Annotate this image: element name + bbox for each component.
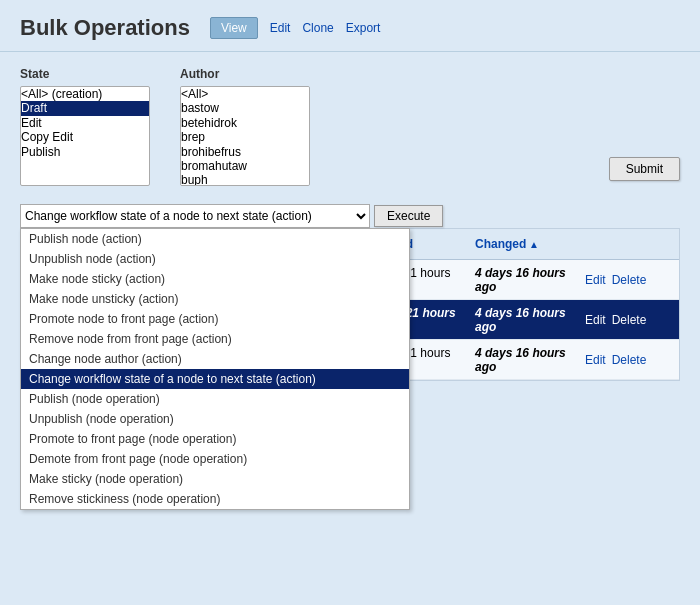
- dropdown-option-6[interactable]: Remove node from front page (action): [21, 329, 409, 349]
- author-option-all[interactable]: <All>: [181, 87, 309, 101]
- author-option-buph[interactable]: buph: [181, 173, 309, 186]
- state-option-publish[interactable]: Publish: [21, 145, 149, 159]
- row3-changed-cell: 4 days 16 hours ago: [469, 342, 579, 378]
- dropdown-option-5[interactable]: Promote node to front page (action): [21, 309, 409, 329]
- filters-row: State <All> (creation) Draft Edit Copy E…: [20, 67, 680, 186]
- author-option-brohibefrus[interactable]: brohibefrus: [181, 145, 309, 159]
- author-option-brep[interactable]: brep: [181, 130, 309, 144]
- author-option-bromahutaw[interactable]: bromahutaw: [181, 159, 309, 173]
- clone-nav-button[interactable]: Clone: [302, 21, 333, 35]
- row1-edit-link[interactable]: Edit: [585, 273, 606, 287]
- dropdown-option-14[interactable]: Remove stickiness (node operation): [21, 489, 409, 509]
- action-bar: Publish node (action) Unpublish node (ac…: [20, 196, 680, 228]
- state-option-edit[interactable]: Edit: [21, 116, 149, 130]
- dropdown-option-12[interactable]: Demote from front page (node operation): [21, 449, 409, 469]
- row3-edit-link[interactable]: Edit: [585, 353, 606, 367]
- author-select[interactable]: <All> bastow betehidrok brep brohibefrus…: [180, 86, 310, 186]
- page-header: Bulk Operations View Edit Clone Export: [0, 0, 700, 52]
- state-option-draft[interactable]: Draft: [21, 101, 149, 115]
- row1-changed-cell: 4 days 16 hours ago: [469, 262, 579, 298]
- dropdown-option-2[interactable]: Unpublish node (action): [21, 249, 409, 269]
- page-title: Bulk Operations: [20, 15, 190, 41]
- author-label: Author: [180, 67, 310, 81]
- state-label: State: [20, 67, 150, 81]
- row1-delete-link[interactable]: Delete: [612, 273, 647, 287]
- dropdown-option-4[interactable]: Make node unsticky (action): [21, 289, 409, 309]
- row2-actions-cell: Edit Delete: [579, 309, 679, 331]
- col-changed[interactable]: Changed: [469, 233, 579, 255]
- author-filter-group: Author <All> bastow betehidrok brep broh…: [180, 67, 310, 186]
- row3-delete-link[interactable]: Delete: [612, 353, 647, 367]
- dropdown-option-10[interactable]: Unpublish (node operation): [21, 409, 409, 429]
- dropdown-option-7[interactable]: Change node author (action): [21, 349, 409, 369]
- row2-edit-link[interactable]: Edit: [585, 313, 606, 327]
- submit-area: Submit: [609, 67, 680, 186]
- dropdown-option-9[interactable]: Publish (node operation): [21, 389, 409, 409]
- row1-actions-cell: Edit Delete: [579, 269, 679, 291]
- dropdown-option-11[interactable]: Promote to front page (node operation): [21, 429, 409, 449]
- view-button[interactable]: View: [210, 17, 258, 39]
- row2-delete-link[interactable]: Delete: [612, 313, 647, 327]
- state-option-copyedit[interactable]: Copy Edit: [21, 130, 149, 144]
- dropdown-option-8[interactable]: Change workflow state of a node to next …: [21, 369, 409, 389]
- state-select[interactable]: <All> (creation) Draft Edit Copy Edit Pu…: [20, 86, 150, 186]
- action-select[interactable]: Publish node (action) Unpublish node (ac…: [20, 204, 370, 228]
- edit-nav-button[interactable]: Edit: [270, 21, 291, 35]
- submit-button[interactable]: Submit: [609, 157, 680, 181]
- state-option-all[interactable]: <All> (creation): [21, 87, 149, 101]
- state-filter-group: State <All> (creation) Draft Edit Copy E…: [20, 67, 150, 186]
- author-option-betehidrok[interactable]: betehidrok: [181, 116, 309, 130]
- dropdown-option-3[interactable]: Make node sticky (action): [21, 269, 409, 289]
- dropdown-option-13[interactable]: Make sticky (node operation): [21, 469, 409, 489]
- execute-button[interactable]: Execute: [374, 205, 443, 227]
- col-operations: [579, 233, 679, 255]
- export-nav-button[interactable]: Export: [346, 21, 381, 35]
- author-option-bastow[interactable]: bastow: [181, 101, 309, 115]
- action-dropdown[interactable]: Publish node (action) Unpublish node (ac…: [20, 228, 410, 510]
- row3-actions-cell: Edit Delete: [579, 349, 679, 371]
- row2-changed-cell: 4 days 16 hours ago: [469, 302, 579, 338]
- action-wrapper: Publish node (action) Unpublish node (ac…: [20, 196, 680, 381]
- main-content: State <All> (creation) Draft Edit Copy E…: [0, 52, 700, 396]
- dropdown-option-1[interactable]: Publish node (action): [21, 229, 409, 249]
